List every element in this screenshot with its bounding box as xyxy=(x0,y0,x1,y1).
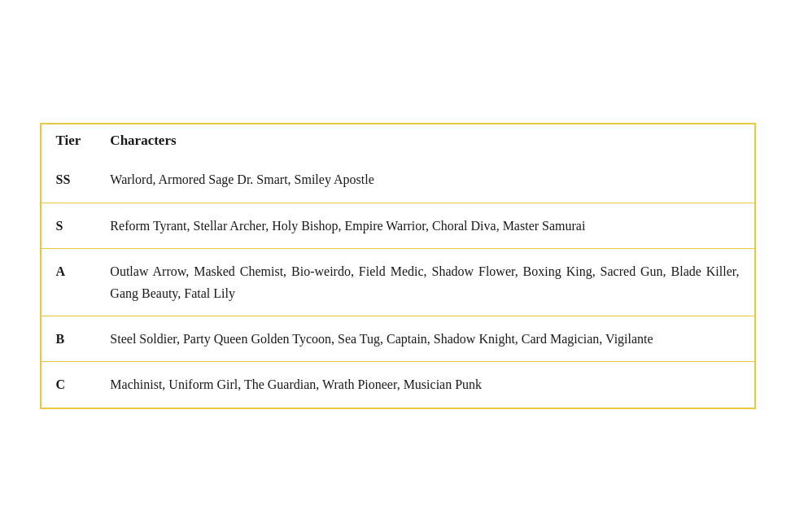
table-row: CMachinist, Uniform Girl, The Guardian, … xyxy=(41,362,754,408)
tier-table-container: Tier Characters SSWarlord, Armored Sage … xyxy=(40,123,756,408)
tier-table: Tier Characters SSWarlord, Armored Sage … xyxy=(41,124,754,407)
table-row: BSteel Soldier, Party Queen Golden Tycoo… xyxy=(41,316,754,362)
table-row: SSWarlord, Armored Sage Dr. Smart, Smile… xyxy=(41,157,754,203)
tier-cell: B xyxy=(41,316,96,362)
characters-cell: Outlaw Arrow, Masked Chemist, Bio-weirdo… xyxy=(95,248,754,316)
tier-cell: SS xyxy=(41,157,96,203)
characters-cell: Machinist, Uniform Girl, The Guardian, W… xyxy=(95,362,754,408)
tier-cell: C xyxy=(41,362,96,408)
tier-column-header: Tier xyxy=(41,124,96,157)
characters-cell: Steel Soldier, Party Queen Golden Tycoon… xyxy=(95,316,754,362)
table-header-row: Tier Characters xyxy=(41,124,754,157)
characters-column-header: Characters xyxy=(95,124,754,157)
tier-cell: S xyxy=(41,203,96,248)
characters-cell: Warlord, Armored Sage Dr. Smart, Smiley … xyxy=(95,157,754,203)
table-row: AOutlaw Arrow, Masked Chemist, Bio-weird… xyxy=(41,248,754,316)
table-row: SReform Tyrant, Stellar Archer, Holy Bis… xyxy=(41,203,754,248)
tier-cell: A xyxy=(41,248,96,316)
characters-cell: Reform Tyrant, Stellar Archer, Holy Bish… xyxy=(95,203,754,248)
